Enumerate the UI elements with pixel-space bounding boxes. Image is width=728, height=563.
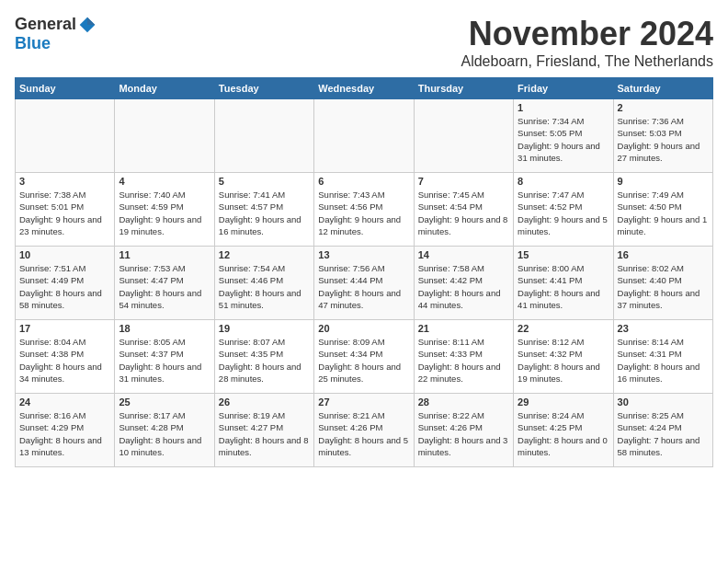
calendar-cell: 13Sunrise: 7:56 AMSunset: 4:44 PMDayligh… xyxy=(314,247,414,320)
day-info: Sunset: 4:46 PM xyxy=(219,274,310,286)
header-friday: Friday xyxy=(514,78,613,99)
calendar-cell: 24Sunrise: 8:16 AMSunset: 4:29 PMDayligh… xyxy=(16,394,115,467)
day-info: Daylight: 8 hours and 34 minutes. xyxy=(19,361,110,385)
day-info: Sunset: 4:31 PM xyxy=(618,348,709,360)
day-info: Sunset: 4:52 PM xyxy=(518,201,609,213)
day-info: Daylight: 8 hours and 44 minutes. xyxy=(418,287,509,312)
day-number: 20 xyxy=(318,323,409,334)
header-sunday: Sunday xyxy=(16,78,115,99)
day-info: Sunrise: 8:11 AM xyxy=(418,336,509,348)
day-info: Sunset: 4:59 PM xyxy=(119,201,210,213)
calendar-cell xyxy=(16,99,115,173)
day-info: Sunrise: 7:53 AM xyxy=(119,262,210,274)
header-tuesday: Tuesday xyxy=(214,78,313,99)
calendar-cell: 23Sunrise: 8:14 AMSunset: 4:31 PMDayligh… xyxy=(613,320,712,394)
day-info: Sunset: 4:38 PM xyxy=(19,348,110,360)
day-number: 17 xyxy=(19,323,110,334)
day-info: Sunrise: 8:19 AM xyxy=(219,409,310,421)
day-info: Sunrise: 8:00 AM xyxy=(518,262,609,274)
calendar-cell xyxy=(214,99,313,173)
calendar-cell: 25Sunrise: 8:17 AMSunset: 4:28 PMDayligh… xyxy=(115,394,214,467)
day-number: 21 xyxy=(418,323,509,334)
calendar-cell: 5Sunrise: 7:41 AMSunset: 4:57 PMDaylight… xyxy=(214,173,313,247)
day-info: Daylight: 8 hours and 3 minutes. xyxy=(418,434,509,459)
day-info: Daylight: 8 hours and 37 minutes. xyxy=(618,287,709,312)
day-number: 6 xyxy=(318,176,409,187)
calendar-cell: 6Sunrise: 7:43 AMSunset: 4:56 PMDaylight… xyxy=(314,173,414,247)
day-info: Sunset: 4:44 PM xyxy=(318,274,409,286)
day-number: 19 xyxy=(219,323,310,334)
month-title: November 2024 xyxy=(461,15,713,53)
day-info: Sunset: 4:26 PM xyxy=(418,421,509,433)
day-number: 2 xyxy=(618,102,709,113)
day-info: Sunrise: 8:24 AM xyxy=(518,409,609,421)
day-info: Sunset: 4:25 PM xyxy=(518,421,609,433)
day-number: 11 xyxy=(119,249,210,260)
day-info: Daylight: 8 hours and 8 minutes. xyxy=(219,434,310,459)
calendar-cell: 1Sunrise: 7:34 AMSunset: 5:05 PMDaylight… xyxy=(514,99,613,173)
day-info: Sunrise: 8:17 AM xyxy=(119,409,210,421)
day-info: Sunrise: 7:34 AM xyxy=(518,115,609,127)
day-info: Sunset: 5:03 PM xyxy=(618,127,709,139)
day-number: 8 xyxy=(518,176,609,187)
day-info: Sunrise: 8:16 AM xyxy=(19,409,110,421)
calendar-cell xyxy=(414,99,513,173)
calendar-cell: 28Sunrise: 8:22 AMSunset: 4:26 PMDayligh… xyxy=(414,394,513,467)
day-info: Sunset: 4:33 PM xyxy=(418,348,509,360)
calendar-cell: 29Sunrise: 8:24 AMSunset: 4:25 PMDayligh… xyxy=(514,394,613,467)
day-info: Sunset: 4:50 PM xyxy=(618,201,709,213)
day-info: Sunset: 4:24 PM xyxy=(618,421,709,433)
calendar-cell xyxy=(115,99,214,173)
day-info: Sunrise: 7:45 AM xyxy=(418,189,509,201)
day-info: Sunrise: 7:36 AM xyxy=(618,115,709,127)
calendar-table: SundayMondayTuesdayWednesdayThursdayFrid… xyxy=(15,77,713,467)
calendar-cell: 21Sunrise: 8:11 AMSunset: 4:33 PMDayligh… xyxy=(414,320,513,394)
day-info: Daylight: 8 hours and 13 minutes. xyxy=(19,434,110,459)
day-info: Daylight: 8 hours and 22 minutes. xyxy=(418,361,509,385)
location-title: Aldeboarn, Friesland, The Netherlands xyxy=(461,53,713,70)
day-info: Daylight: 8 hours and 16 minutes. xyxy=(618,361,709,385)
day-info: Daylight: 8 hours and 25 minutes. xyxy=(318,361,409,385)
calendar-cell: 20Sunrise: 8:09 AMSunset: 4:34 PMDayligh… xyxy=(314,320,414,394)
day-info: Sunset: 4:47 PM xyxy=(119,274,210,286)
day-info: Daylight: 9 hours and 1 minute. xyxy=(618,213,709,238)
day-info: Sunset: 4:34 PM xyxy=(318,348,409,360)
day-number: 26 xyxy=(219,396,310,408)
day-number: 4 xyxy=(119,176,210,187)
day-info: Daylight: 8 hours and 5 minutes. xyxy=(318,434,409,459)
day-info: Sunrise: 8:09 AM xyxy=(318,336,409,348)
day-number: 30 xyxy=(618,396,709,408)
day-info: Sunset: 4:37 PM xyxy=(119,348,210,360)
day-number: 12 xyxy=(219,249,310,260)
calendar-cell: 2Sunrise: 7:36 AMSunset: 5:03 PMDaylight… xyxy=(613,99,712,173)
day-number: 23 xyxy=(618,323,709,334)
title-section: November 2024 Aldeboarn, Friesland, The … xyxy=(461,15,713,70)
calendar-week-4: 17Sunrise: 8:04 AMSunset: 4:38 PMDayligh… xyxy=(16,320,713,394)
day-info: Sunrise: 8:05 AM xyxy=(119,336,210,348)
day-info: Sunset: 4:29 PM xyxy=(19,421,110,433)
day-number: 13 xyxy=(318,249,409,260)
calendar-cell: 19Sunrise: 8:07 AMSunset: 4:35 PMDayligh… xyxy=(214,320,313,394)
day-number: 5 xyxy=(219,176,310,187)
day-info: Daylight: 9 hours and 27 minutes. xyxy=(618,140,709,165)
day-info: Sunset: 4:26 PM xyxy=(318,421,409,433)
day-info: Sunrise: 8:14 AM xyxy=(618,336,709,348)
day-info: Sunrise: 8:07 AM xyxy=(219,336,310,348)
day-info: Daylight: 8 hours and 51 minutes. xyxy=(219,287,310,312)
day-info: Sunrise: 8:04 AM xyxy=(19,336,110,348)
day-info: Daylight: 8 hours and 28 minutes. xyxy=(219,361,310,385)
calendar-header-row: SundayMondayTuesdayWednesdayThursdayFrid… xyxy=(16,78,713,99)
calendar-week-2: 3Sunrise: 7:38 AMSunset: 5:01 PMDaylight… xyxy=(16,173,713,247)
calendar-cell: 17Sunrise: 8:04 AMSunset: 4:38 PMDayligh… xyxy=(16,320,115,394)
header-thursday: Thursday xyxy=(414,78,513,99)
day-info: Daylight: 9 hours and 5 minutes. xyxy=(518,213,609,238)
day-number: 25 xyxy=(119,396,210,408)
calendar-cell: 9Sunrise: 7:49 AMSunset: 4:50 PMDaylight… xyxy=(613,173,712,247)
day-info: Sunrise: 7:38 AM xyxy=(19,189,110,201)
day-info: Daylight: 8 hours and 0 minutes. xyxy=(518,434,609,459)
logo: General Blue xyxy=(15,15,98,53)
day-info: Sunset: 5:05 PM xyxy=(518,127,609,139)
calendar-cell: 30Sunrise: 8:25 AMSunset: 4:24 PMDayligh… xyxy=(613,394,712,467)
day-info: Sunset: 4:54 PM xyxy=(418,201,509,213)
day-info: Sunrise: 7:40 AM xyxy=(119,189,210,201)
